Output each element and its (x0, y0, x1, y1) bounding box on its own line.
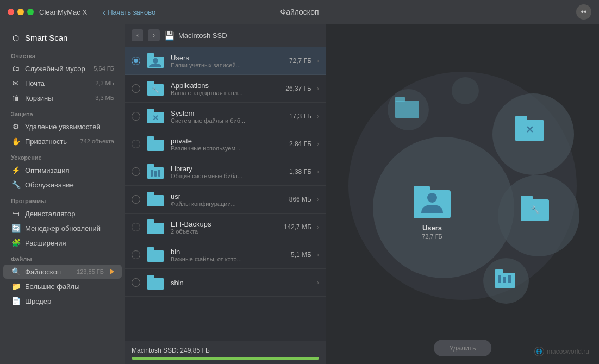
back-label: Начать заново (108, 8, 155, 16)
file-radio[interactable] (132, 140, 140, 148)
file-radio[interactable] (132, 57, 140, 65)
file-radio[interactable] (132, 250, 140, 259)
lib-col1 (498, 275, 501, 283)
privacy-label: Приватность (25, 137, 76, 146)
file-item[interactable]: UsersПапки учетных записей...72,7 ГБ› (125, 47, 326, 75)
file-name: bin (171, 248, 285, 256)
svg-text:🔧: 🔧 (152, 86, 160, 94)
file-radio[interactable] (132, 223, 140, 231)
section-programs: Программы (0, 192, 125, 206)
shredder-icon: 📄 (11, 297, 21, 305)
uninstaller-icon: 🗃 (11, 209, 21, 218)
file-radio[interactable] (132, 167, 140, 176)
file-desc: Общие системные библ... (171, 173, 284, 179)
sidebar-item-smart-scan[interactable]: ⬡ Smart Scan (3, 29, 122, 47)
sidebar-item-extensions[interactable]: 🧩 Расширения (3, 236, 122, 250)
file-item[interactable]: LibraryОбщие системные библ...1,38 ГБ› (125, 158, 326, 186)
system-folder-x: ✕ (526, 124, 534, 135)
file-folder-icon: 🔧 (146, 79, 165, 98)
file-folder-icon (146, 135, 165, 153)
visualization-area: Users 72,7 ГБ ✕ 🔧 (326, 24, 599, 364)
sidebar-item-large-files[interactable]: 📁 Большие файлы (3, 279, 122, 293)
svg-rect-9 (147, 140, 164, 151)
right-panel: Users 72,7 ГБ ✕ 🔧 (326, 24, 599, 364)
lib-col3 (508, 275, 511, 283)
file-desc: 2 объекта (171, 228, 278, 235)
more-options[interactable]: •• (576, 4, 591, 20)
sidebar-item-uninstaller[interactable]: 🗃 Деинсталлятор (3, 206, 122, 221)
svg-rect-12 (147, 164, 154, 169)
file-radio[interactable] (132, 84, 140, 93)
file-item[interactable]: privateРазличные используем...2,84 ГБ› (125, 130, 326, 158)
sidebar-item-vulnerabilities[interactable]: ⚙ Удаление уязвимостей (3, 120, 122, 134)
traffic-lights (8, 9, 34, 15)
file-info: binВажные файлы, от кото... (171, 248, 285, 262)
shredder-label: Шредер (25, 297, 114, 305)
path-display: 💾 Macintosh SSD (164, 30, 227, 41)
file-item[interactable]: binВажные файлы, от кото...5,1 МБ› (125, 241, 326, 269)
back-button[interactable]: ‹ Начать заново (103, 8, 155, 17)
svg-rect-21 (147, 247, 154, 252)
file-folder-icon (146, 273, 165, 292)
file-radio[interactable] (132, 195, 140, 204)
dots-button[interactable]: •• (576, 4, 591, 20)
file-chevron: › (317, 196, 319, 203)
svg-rect-23 (147, 275, 154, 280)
nav-forward-button[interactable]: › (148, 29, 160, 41)
section-acceleration: Ускорение (0, 149, 125, 162)
file-item[interactable]: EFI-Backups2 объекта142,7 МБ› (125, 214, 326, 241)
trash-icon: 🗑 (11, 93, 21, 102)
sidebar-item-maintenance[interactable]: 🔧 Обслуживание (3, 178, 122, 192)
privacy-icon: ✋ (11, 137, 21, 146)
users-folder-tab (414, 186, 430, 193)
file-size: 2,84 ГБ (289, 140, 311, 148)
small-folder-1-tab (395, 97, 405, 102)
sidebar-item-mail[interactable]: ✉ Почта 2,3 МБ (3, 76, 122, 90)
sidebar-item-system-junk[interactable]: 🗂 Служебный мусор 5,64 ГБ (3, 61, 122, 76)
file-radio[interactable] (132, 278, 140, 287)
file-radio[interactable] (132, 112, 140, 121)
minimize-button[interactable] (17, 9, 24, 15)
file-folder-icon: ✕ (146, 107, 165, 125)
vulnerabilities-icon: ⚙ (11, 122, 21, 131)
svg-rect-22 (147, 278, 164, 290)
file-name: private (171, 137, 284, 145)
sidebar-item-optimization[interactable]: ⚡ Оптимизация (3, 163, 122, 177)
system-folder-tab (515, 116, 527, 122)
file-size: 26,37 ГБ (285, 85, 311, 92)
file-item[interactable]: usrФайлы конфигурации...866 МБ› (125, 186, 326, 214)
sidebar-item-privacy[interactable]: ✋ Приватность 742 объекта (3, 134, 122, 148)
file-size: 1,38 ГБ (289, 168, 311, 175)
svg-rect-1 (147, 53, 154, 58)
svg-rect-20 (147, 250, 164, 262)
middle-footer: Macintosh SSD: 249,85 ГБ (125, 341, 326, 364)
delete-button[interactable]: Удалить (434, 340, 491, 356)
sidebar-item-trash[interactable]: 🗑 Корзины 3,3 МБ (3, 91, 122, 105)
bubble-chart: Users 72,7 ГБ ✕ 🔧 (338, 55, 588, 332)
section-protection: Защита (0, 105, 125, 119)
file-name: usr (171, 192, 284, 200)
lib-col2 (503, 277, 506, 283)
smart-scan-icon: ⬡ (11, 34, 21, 42)
sidebar-item-filescope[interactable]: 🔍 Файлоскоп 123,85 ГБ (3, 265, 122, 279)
window-title: Файлоскоп (280, 8, 319, 16)
large-files-label: Большие файлы (25, 283, 114, 291)
svg-rect-18 (147, 223, 164, 234)
watermark-icon: 🌐 (534, 347, 544, 356)
file-item[interactable]: shin› (125, 269, 326, 297)
file-item[interactable]: 🔧 ApplicationsВаша стандартная папл...26… (125, 75, 326, 103)
back-chevron: ‹ (103, 8, 105, 17)
sidebar-item-updater[interactable]: 🔄 Менеджер обновлений (3, 221, 122, 235)
nav-back-button[interactable]: ‹ (132, 29, 143, 41)
uninstaller-label: Деинсталлятор (25, 210, 114, 218)
users-size: 72,7 ГБ (422, 233, 442, 240)
file-info: privateРазличные используем... (171, 137, 284, 152)
system-junk-icon: 🗂 (11, 64, 21, 73)
extensions-icon: 🧩 (11, 239, 21, 247)
file-item[interactable]: ✕ SystemСистемные файлы и биб...17,3 ГБ› (125, 103, 326, 130)
sidebar-item-shredder[interactable]: 📄 Шредер (3, 294, 122, 308)
file-desc: Важные файлы, от кото... (171, 256, 285, 262)
close-button[interactable] (8, 9, 14, 15)
maximize-button[interactable] (27, 9, 34, 15)
file-folder-icon (146, 52, 165, 70)
